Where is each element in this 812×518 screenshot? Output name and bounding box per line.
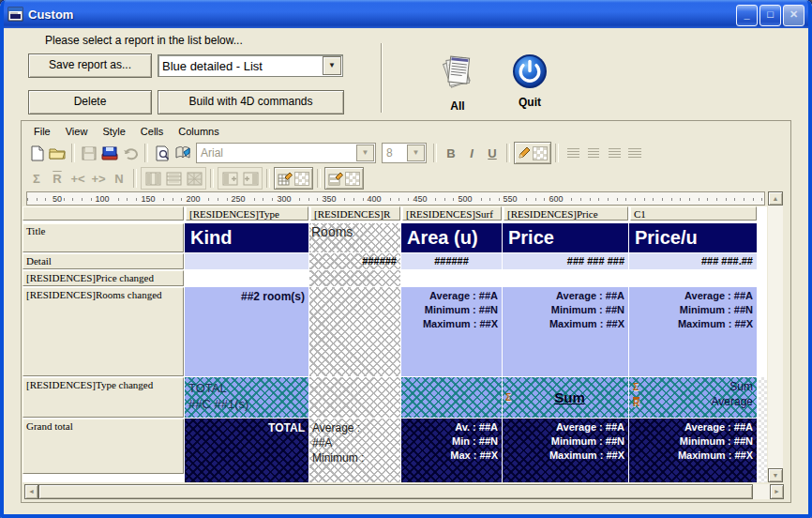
cell-type-changed-rooms[interactable]: [309, 377, 400, 418]
new-report-icon[interactable]: [26, 144, 47, 162]
cell-rooms-changed-type[interactable]: ##2 room(s): [185, 287, 308, 376]
delete-button[interactable]: Delete: [28, 90, 152, 114]
menu-style[interactable]: Style: [95, 124, 132, 140]
font-color-button[interactable]: [514, 142, 551, 164]
wizard-book-icon[interactable]: [173, 144, 193, 162]
cell-type-changed-c1[interactable]: Σ Sum R Average: [629, 377, 757, 418]
close-button[interactable]: ✕: [783, 5, 804, 26]
toolbar-separator: [506, 144, 510, 162]
align-center-button[interactable]: [583, 144, 604, 162]
cell-rooms-changed-rooms[interactable]: [309, 287, 400, 376]
open-report-icon[interactable]: [47, 144, 68, 162]
vertical-scrollbar[interactable]: ▲ ▼: [768, 191, 783, 482]
column-header-price[interactable]: [RESIDENCES]Price: [504, 206, 628, 221]
row-label-detail[interactable]: Detail: [23, 253, 184, 269]
font-family-select[interactable]: Arial ▼: [196, 143, 376, 163]
cell-price-changed-rooms[interactable]: [309, 270, 400, 286]
row-format-icon[interactable]: [163, 169, 184, 188]
horizontal-scrollbar[interactable]: ◄ ►: [24, 484, 784, 499]
save-report-icon[interactable]: [79, 144, 99, 162]
custom-report-window: Custom _ □ ✕ Please select a report in t…: [0, 0, 812, 518]
save-report-as-button[interactable]: Save report as...: [28, 53, 152, 78]
cell-rooms-changed-price[interactable]: Average : ##A Minimum : ##N Maximum : ##…: [503, 287, 628, 376]
print-preview-icon[interactable]: [152, 144, 173, 162]
cell-grand-total-surf[interactable]: Av. : ##A Min : ##N Max : ##X: [401, 419, 502, 482]
align-left-button[interactable]: [563, 144, 583, 162]
cell-grand-total-price[interactable]: Average : ##A Minimum : ##N Maximum : ##…: [503, 419, 628, 482]
italic-button[interactable]: I: [461, 144, 482, 162]
menu-columns[interactable]: Columns: [171, 124, 226, 140]
cell-detail-surf[interactable]: ######: [401, 253, 502, 269]
report-select[interactable]: Blue detailed - List ▼: [158, 54, 343, 77]
corner-header-cell[interactable]: [23, 206, 184, 221]
fill-pattern-icon[interactable]: [184, 169, 204, 188]
cell-detail-c1[interactable]: ### ###.##: [629, 253, 757, 269]
scroll-right-button[interactable]: ►: [770, 484, 784, 499]
cell-type-changed-type[interactable]: TOTAL ##C ##1(s): [185, 377, 308, 418]
cell-grand-total-type[interactable]: TOTAL: [185, 419, 308, 482]
cell-detail-rooms[interactable]: ######: [309, 253, 400, 269]
average-tool-icon[interactable]: R: [47, 169, 68, 188]
maximize-button[interactable]: □: [759, 5, 781, 26]
minimize-button[interactable]: _: [736, 5, 758, 26]
quit-button[interactable]: Quit: [506, 53, 553, 109]
alternate-row-color-button[interactable]: [324, 167, 364, 190]
all-records-button[interactable]: All: [433, 51, 482, 113]
row-label-grand-total[interactable]: Grand total: [23, 419, 184, 474]
insert-column-right-icon[interactable]: [240, 169, 261, 188]
insert-column-left-icon[interactable]: [219, 169, 240, 188]
column-header-surf[interactable]: [RESIDENCES]Surf: [402, 206, 502, 221]
font-size-select[interactable]: 8 ▼: [382, 143, 427, 163]
row-label-type-changed[interactable]: [RESIDENCES]Type changed: [23, 377, 184, 418]
cell-title-price[interactable]: Price: [503, 223, 628, 252]
column-header-c1[interactable]: C1: [630, 206, 757, 221]
cell-rooms-changed-c1[interactable]: Average : ##A Minimum : ##N Maximum : ##…: [629, 287, 757, 376]
font-family-arrow-icon[interactable]: ▼: [356, 145, 374, 161]
horizontal-scroll-thumb[interactable]: [38, 484, 753, 499]
column-header-type[interactable]: [RESIDENCES]Type: [186, 206, 308, 221]
cell-rooms-changed-surf[interactable]: Average : ##A Minimum : ##N Maximum : ##…: [401, 287, 502, 376]
row-label-rooms-changed[interactable]: [RESIDENCES]Rooms changed: [23, 287, 184, 376]
save-to-library-icon[interactable]: [99, 144, 120, 162]
cell-detail-price[interactable]: ### ### ###: [503, 253, 628, 269]
insert-right-tool-icon[interactable]: +>: [88, 169, 109, 188]
scroll-left-button[interactable]: ◄: [24, 484, 38, 499]
menu-cells[interactable]: Cells: [133, 124, 171, 140]
cell-title-type[interactable]: Kind: [185, 223, 308, 252]
insert-left-tool-icon[interactable]: +<: [68, 169, 88, 188]
row-label-title[interactable]: Title: [23, 223, 184, 252]
cell-title-c1[interactable]: Price/u: [629, 223, 757, 252]
menu-file[interactable]: File: [26, 124, 58, 140]
menu-view[interactable]: View: [58, 124, 96, 140]
cell-detail-type[interactable]: [185, 253, 308, 269]
scroll-down-button[interactable]: ▼: [768, 468, 783, 482]
report-select-arrow-icon[interactable]: ▼: [323, 56, 341, 75]
cell-background-color-button[interactable]: [274, 167, 313, 190]
cell-type-changed-surf[interactable]: [401, 377, 502, 418]
column-format-icon[interactable]: [143, 169, 163, 188]
cell-title-surf[interactable]: Area (u): [401, 223, 502, 252]
cell-price-changed-price[interactable]: [503, 270, 628, 286]
cell-price-changed-surf[interactable]: [401, 270, 502, 286]
toolbar-separator: [266, 169, 270, 188]
revert-report-icon[interactable]: [120, 144, 141, 162]
cell-title-rooms[interactable]: Rooms: [309, 223, 400, 252]
cell-price-changed-type[interactable]: [185, 270, 308, 286]
align-right-button[interactable]: [604, 144, 624, 162]
stat-line: Average : ##A: [629, 420, 753, 434]
window-icon[interactable]: [8, 7, 23, 22]
font-size-arrow-icon[interactable]: ▼: [407, 145, 425, 161]
align-justify-button[interactable]: [624, 144, 645, 162]
build-with-4d-commands-button[interactable]: Build with 4D commands: [158, 90, 344, 114]
count-tool-icon[interactable]: N: [109, 169, 129, 188]
sum-tool-icon[interactable]: Σ: [26, 169, 47, 188]
scroll-up-button[interactable]: ▲: [768, 191, 783, 206]
cell-grand-total-c1[interactable]: Average : ##A Minimum : ##N Maximum : ##…: [629, 419, 757, 482]
cell-grand-total-rooms[interactable]: Average : ##A Minimum :: [309, 419, 400, 482]
cell-price-changed-c1[interactable]: [629, 270, 757, 286]
cell-type-changed-price[interactable]: Σ Sum: [503, 377, 628, 418]
bold-button[interactable]: B: [441, 144, 461, 162]
column-header-rooms[interactable]: [RESIDENCES]R: [310, 206, 400, 221]
row-label-price-changed[interactable]: [RESIDENCES]Price changed: [23, 270, 184, 286]
underline-button[interactable]: U: [482, 144, 503, 162]
